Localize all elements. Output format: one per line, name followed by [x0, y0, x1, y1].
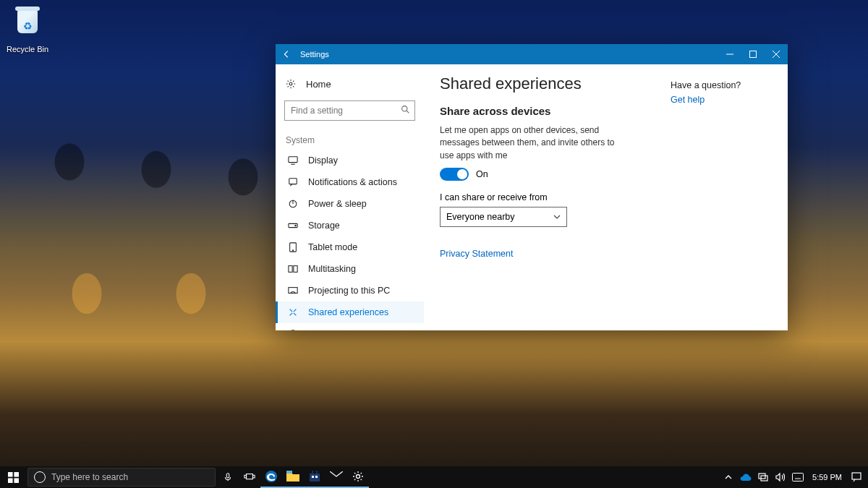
- privacy-link[interactable]: Privacy Statement: [440, 249, 513, 259]
- nav-tablet[interactable]: Tablet mode: [276, 236, 424, 258]
- mic-icon[interactable]: [217, 466, 239, 488]
- svg-rect-28: [244, 475, 247, 478]
- chevron-down-icon: [553, 213, 561, 221]
- aside-question: Have a question?: [671, 80, 772, 90]
- svg-line-6: [407, 111, 409, 113]
- close-button[interactable]: [765, 44, 788, 64]
- svg-rect-25: [14, 478, 19, 483]
- maximize-button[interactable]: [741, 44, 765, 64]
- network-icon[interactable]: [754, 466, 772, 488]
- svg-rect-7: [289, 157, 297, 163]
- system-tray: 5:59 PM: [720, 466, 868, 488]
- storage-icon: [288, 221, 298, 231]
- mail-app[interactable]: [326, 466, 347, 488]
- svg-rect-9: [289, 179, 297, 184]
- desktop[interactable]: ♻ Recycle Bin Settings Hom: [0, 0, 868, 488]
- cortana-icon: [34, 471, 46, 483]
- svg-rect-31: [286, 471, 292, 474]
- keyboard-icon[interactable]: [789, 466, 807, 488]
- windows-icon: [8, 472, 19, 483]
- projecting-icon: [288, 286, 298, 296]
- home-nav[interactable]: Home: [276, 72, 424, 96]
- volume-icon[interactable]: [772, 466, 789, 488]
- onedrive-icon[interactable]: [737, 466, 754, 488]
- action-center-icon[interactable]: [848, 466, 865, 488]
- nav-display[interactable]: Display: [276, 150, 424, 171]
- content: Shared experiences Share across devices …: [424, 64, 788, 330]
- settings-window: Settings Home Syste: [276, 44, 788, 330]
- nav-notifications[interactable]: Notifications & actions: [276, 171, 424, 193]
- store-app[interactable]: [304, 466, 326, 488]
- svg-point-5: [402, 106, 407, 111]
- svg-rect-23: [14, 472, 19, 477]
- toggle-state-label: On: [476, 169, 488, 179]
- nav-about[interactable]: About: [276, 323, 424, 330]
- dropdown-value: Everyone nearby: [446, 212, 515, 222]
- gear-icon: [286, 79, 296, 89]
- svg-rect-26: [226, 474, 229, 478]
- svg-rect-32: [310, 474, 320, 481]
- sidebar: Home System Display Notifications & acti…: [276, 64, 424, 330]
- recycle-bin[interactable]: ♻ Recycle Bin: [6, 6, 49, 55]
- explorer-app[interactable]: [282, 466, 304, 488]
- back-button[interactable]: [276, 44, 297, 64]
- svg-rect-27: [247, 474, 253, 479]
- svg-rect-33: [312, 476, 314, 478]
- edge-app[interactable]: [260, 466, 282, 488]
- nav-shared-experiences[interactable]: Shared experiences: [276, 301, 424, 323]
- aside: Have a question? Get help: [671, 74, 772, 320]
- svg-point-15: [292, 250, 293, 251]
- nav-power[interactable]: Power & sleep: [276, 193, 424, 215]
- section-label: System: [276, 128, 424, 150]
- settings-app[interactable]: [347, 466, 369, 488]
- search-input[interactable]: [284, 100, 415, 121]
- multitasking-icon: [288, 264, 298, 274]
- svg-rect-39: [793, 474, 804, 481]
- home-label: Home: [306, 79, 331, 90]
- taskbar: Type here to search 5:59: [0, 466, 868, 488]
- svg-rect-1: [750, 51, 757, 58]
- info-icon: [288, 329, 298, 330]
- nav-projecting[interactable]: Projecting to this PC: [276, 280, 424, 301]
- section-title: Share across devices: [440, 105, 671, 117]
- svg-rect-16: [289, 266, 292, 273]
- minimize-button[interactable]: [718, 44, 741, 64]
- window-title: Settings: [297, 50, 329, 59]
- svg-rect-34: [315, 476, 318, 478]
- svg-rect-22: [8, 472, 13, 477]
- nav-storage[interactable]: Storage: [276, 215, 424, 236]
- shared-icon: [288, 307, 298, 317]
- search-box[interactable]: [284, 100, 415, 121]
- recycle-bin-icon: ♻: [14, 10, 41, 40]
- nav-multitasking[interactable]: Multitasking: [276, 258, 424, 280]
- clock[interactable]: 5:59 PM: [807, 473, 848, 481]
- svg-point-13: [295, 225, 296, 226]
- get-help-link[interactable]: Get help: [671, 95, 772, 105]
- svg-rect-29: [252, 475, 255, 478]
- svg-rect-18: [289, 288, 297, 294]
- svg-point-36: [357, 475, 360, 479]
- task-view-icon[interactable]: [239, 466, 260, 488]
- recycle-bin-label: Recycle Bin: [7, 45, 48, 53]
- start-button[interactable]: [0, 466, 26, 488]
- tray-chevron[interactable]: [720, 466, 737, 488]
- svg-rect-17: [294, 266, 297, 273]
- share-dropdown[interactable]: Everyone nearby: [440, 207, 567, 227]
- page-title: Shared experiences: [440, 74, 671, 93]
- tablet-icon: [288, 242, 298, 252]
- svg-rect-45: [852, 473, 861, 479]
- titlebar[interactable]: Settings: [276, 44, 788, 64]
- taskbar-search-placeholder: Type here to search: [51, 472, 128, 482]
- svg-point-4: [289, 82, 292, 85]
- section-description: Let me open apps on other devices, send …: [440, 124, 628, 162]
- notification-icon: [288, 177, 298, 187]
- power-icon: [288, 199, 298, 209]
- svg-rect-24: [8, 478, 13, 483]
- dropdown-label: I can share or receive from: [440, 192, 671, 202]
- taskbar-search[interactable]: Type here to search: [27, 468, 216, 487]
- search-icon: [401, 105, 410, 114]
- monitor-icon: [288, 155, 298, 166]
- share-toggle[interactable]: [440, 168, 469, 181]
